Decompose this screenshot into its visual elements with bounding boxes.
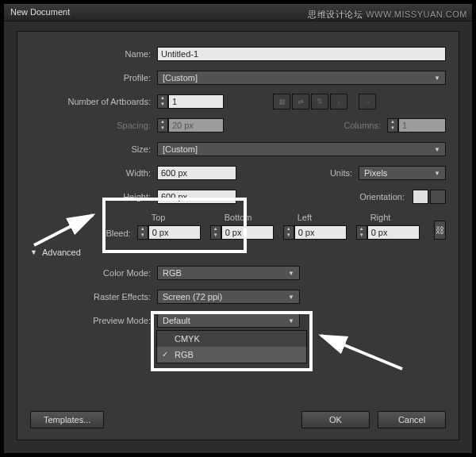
columns-input xyxy=(398,118,446,132)
width-label: Width: xyxy=(30,168,157,178)
colormode-label: Color Mode: xyxy=(30,268,157,278)
bleed-top-input[interactable] xyxy=(148,225,201,240)
orientation-label: Orientation: xyxy=(340,192,411,202)
bleed-right-stepper[interactable]: ▲▼ xyxy=(356,225,367,240)
watermark: 思维设计论坛WWW.MISSYUAN.COM xyxy=(308,9,467,21)
raster-label: Raster Effects: xyxy=(30,292,157,301)
triangle-down-icon: ▼ xyxy=(30,248,37,256)
bleed-right-input[interactable] xyxy=(367,225,420,240)
link-bleed-icon[interactable]: ⛓ xyxy=(434,221,446,240)
artboards-label: Number of Artboards: xyxy=(30,97,157,106)
preview-dropdown[interactable]: Default▼ xyxy=(157,313,300,328)
bleed-label: Bleed: xyxy=(30,228,137,240)
colormode-option-rgb[interactable]: ✓RGB xyxy=(157,347,306,363)
columns-stepper: ▲▼ xyxy=(387,118,398,132)
colormode-dropdown-menu: CMYK ✓RGB xyxy=(156,330,307,363)
window-title: New Document xyxy=(10,7,70,17)
chevron-down-icon: ▼ xyxy=(434,75,440,82)
chevron-down-icon: ▼ xyxy=(434,170,440,177)
artboards-stepper[interactable]: ▲▼ xyxy=(157,94,168,109)
name-label: Name: xyxy=(30,49,157,59)
bleed-bottom-header: Bottom xyxy=(210,213,283,222)
row-arrange-icon: ⇄ xyxy=(292,94,309,109)
bleed-top-stepper[interactable]: ▲▼ xyxy=(137,225,148,240)
chevron-down-icon: ▼ xyxy=(288,317,294,325)
size-label: Size: xyxy=(30,144,157,154)
artboards-input[interactable] xyxy=(168,94,224,109)
colormode-option-cmyk[interactable]: CMYK xyxy=(157,331,306,347)
raster-dropdown[interactable]: Screen (72 ppi)▼ xyxy=(157,290,300,304)
templates-button[interactable]: Templates... xyxy=(30,411,104,428)
bleed-left-input[interactable] xyxy=(294,225,347,240)
size-dropdown[interactable]: [Custom]▼ xyxy=(157,142,446,156)
bleed-left-header: Left xyxy=(283,213,356,222)
height-input[interactable] xyxy=(157,190,236,204)
bleed-bottom-stepper[interactable]: ▲▼ xyxy=(210,225,221,240)
chevron-down-icon: ▼ xyxy=(288,270,294,277)
profile-dropdown[interactable]: [Custom]▼ xyxy=(157,71,446,85)
check-icon: ✓ xyxy=(162,350,168,359)
direction-icon: → xyxy=(359,94,376,109)
preview-label: Preview Mode: xyxy=(30,316,157,325)
width-input[interactable] xyxy=(157,166,236,180)
units-label: Units: xyxy=(319,168,359,178)
spacing-stepper: ▲▼ xyxy=(157,118,168,132)
dialog-body: Name: Profile: [Custom]▼ Number of Artbo… xyxy=(17,31,459,440)
name-input[interactable] xyxy=(157,47,446,61)
spacing-input xyxy=(168,118,224,132)
columns-label: Columns: xyxy=(332,121,387,130)
bleed-left-stepper[interactable]: ▲▼ xyxy=(283,225,294,240)
landscape-icon[interactable] xyxy=(430,190,446,204)
grid-arrange-icon: ▦ xyxy=(273,94,290,109)
bleed-top-header: Top xyxy=(137,213,210,222)
units-dropdown[interactable]: Pixels▼ xyxy=(359,166,446,180)
bleed-bottom-input[interactable] xyxy=(221,225,274,240)
height-label: Height: xyxy=(30,192,157,202)
chevron-down-icon: ▼ xyxy=(434,146,440,153)
col-arrange-icon: ⇅ xyxy=(311,94,328,109)
portrait-icon[interactable] xyxy=(413,190,428,204)
stack-arrange-icon: ↓ xyxy=(330,94,347,109)
spacing-label: Spacing: xyxy=(30,121,157,130)
colormode-dropdown[interactable]: RGB▼ xyxy=(157,266,300,280)
chevron-down-icon: ▼ xyxy=(288,294,294,301)
ok-button[interactable]: OK xyxy=(301,411,370,428)
bleed-right-header: Right xyxy=(356,213,429,222)
advanced-section-toggle[interactable]: ▼ Advanced xyxy=(30,248,446,257)
dialog-window: New Document 思维设计论坛WWW.MISSYUAN.COM Name… xyxy=(3,3,473,454)
cancel-button[interactable]: Cancel xyxy=(378,411,446,428)
profile-label: Profile: xyxy=(30,73,157,83)
